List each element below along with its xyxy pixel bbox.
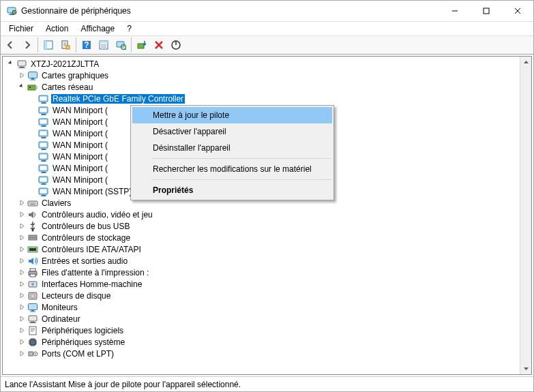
tree-category-hid[interactable]: Interfaces Homme-machine xyxy=(3,278,520,290)
menubar: Fichier Action Affichage ? xyxy=(1,22,533,35)
tree-label: Contrôleurs de bus USB xyxy=(40,222,131,231)
expander-closed-icon[interactable] xyxy=(16,209,27,220)
tree-device-realtek[interactable]: Realtek PCIe GbE Family Controller xyxy=(3,93,520,104)
menu-action[interactable]: Action xyxy=(40,23,74,34)
nic-icon xyxy=(38,128,49,139)
sound-icon xyxy=(27,209,38,220)
svg-rect-44 xyxy=(44,41,47,49)
ctx-uninstall-device[interactable]: Désinstaller l'appareil xyxy=(132,140,332,156)
forward-button[interactable] xyxy=(19,37,35,53)
tree-category-print-queues[interactable]: Files d'attente à l'impression : xyxy=(3,267,520,278)
uninstall-device-button[interactable] xyxy=(151,37,167,53)
ctx-item-label: Rechercher les modifications sur le maté… xyxy=(153,164,312,174)
ctx-properties[interactable]: Propriétés xyxy=(132,182,332,198)
update-driver-button[interactable] xyxy=(134,37,150,53)
options-button[interactable] xyxy=(95,37,112,53)
ctx-disable-device[interactable]: Désactiver l'appareil xyxy=(132,123,332,140)
window-title: Gestionnaire de périphériques xyxy=(21,6,131,16)
expander-closed-icon[interactable] xyxy=(16,256,27,267)
tree-category-storage[interactable]: Contrôleurs de stockage xyxy=(3,232,520,243)
tree-category-ide[interactable]: Contrôleurs IDE ATA/ATAPI xyxy=(3,243,520,255)
chip-icon xyxy=(27,337,38,348)
scan-hardware-button[interactable] xyxy=(113,37,129,53)
ctx-item-label: Désinstaller l'appareil xyxy=(153,143,231,153)
nic-icon xyxy=(38,105,49,116)
tree-area: XTZJ-2021ZJLTTA Cartes graphiques Cartes… xyxy=(2,56,532,375)
tree-category-graphics[interactable]: Cartes graphiques xyxy=(3,70,520,81)
expander-closed-icon[interactable] xyxy=(16,325,27,336)
tree-label: WAN Miniport ( xyxy=(51,117,109,127)
expander-closed-icon[interactable] xyxy=(16,279,27,290)
tree-label: Cartes graphiques xyxy=(40,71,110,80)
tree-category-audio-io[interactable]: Entrées et sorties audio xyxy=(3,255,520,267)
tree-label: Files d'attente à l'impression : xyxy=(40,268,150,277)
ctx-item-label: Désactiver l'appareil xyxy=(153,127,226,136)
titlebar: Gestionnaire de périphériques xyxy=(1,1,533,22)
window: Gestionnaire de périphériques Fichier Ac… xyxy=(0,0,534,392)
tree-label: Moniteurs xyxy=(40,303,79,312)
show-hide-console-tree-button[interactable] xyxy=(40,37,57,53)
nic-icon xyxy=(38,186,49,197)
nic-icon xyxy=(38,163,49,174)
display-adapter-icon xyxy=(27,70,38,81)
expander-closed-icon[interactable] xyxy=(16,314,27,325)
ctx-scan-hardware[interactable]: Rechercher les modifications sur le maté… xyxy=(132,161,332,177)
nic-icon xyxy=(38,151,49,162)
network-adapter-icon xyxy=(27,82,38,93)
svg-text:?: ? xyxy=(84,40,89,50)
statusbar-text: Lance l'Assistant Mise à jour de pilote … xyxy=(5,380,241,389)
tree-category-network[interactable]: Cartes réseau xyxy=(3,81,520,93)
expander-open-icon[interactable] xyxy=(5,59,16,70)
menu-file[interactable]: Fichier xyxy=(3,23,39,34)
menu-view[interactable]: Affichage xyxy=(75,23,120,34)
expander-closed-icon[interactable] xyxy=(16,302,27,313)
tree-category-computer[interactable]: Ordinateur xyxy=(3,313,520,325)
maximize-button[interactable] xyxy=(471,1,502,21)
help-button[interactable]: ? xyxy=(78,37,95,53)
tree-category-software-devices[interactable]: Périphériques logiciels xyxy=(3,325,520,336)
computer-icon xyxy=(16,59,27,70)
scroll-up-icon[interactable] xyxy=(520,57,532,68)
back-button[interactable] xyxy=(2,37,18,53)
minimize-button[interactable] xyxy=(439,1,471,21)
tree-label: Claviers xyxy=(40,198,72,208)
monitor-icon xyxy=(27,302,38,313)
disable-device-button[interactable] xyxy=(168,37,184,53)
scroll-down-icon[interactable] xyxy=(520,363,532,374)
tree-category-monitors[interactable]: Moniteurs xyxy=(3,301,520,313)
properties-button[interactable] xyxy=(57,37,74,53)
device-tree[interactable]: XTZJ-2021ZJLTTA Cartes graphiques Cartes… xyxy=(3,57,520,374)
ctx-separator xyxy=(151,179,331,180)
expander-closed-icon[interactable] xyxy=(16,232,27,243)
expander-open-icon[interactable] xyxy=(16,82,27,93)
tree-label: Contrôleurs de stockage xyxy=(40,233,132,243)
expander-closed-icon[interactable] xyxy=(16,337,27,348)
tree-category-ports[interactable]: Ports (COM et LPT) xyxy=(3,348,520,359)
tree-category-system-devices[interactable]: Périphériques système xyxy=(3,336,520,348)
expander-closed-icon[interactable] xyxy=(16,244,27,255)
storage-icon xyxy=(27,232,38,243)
tree-root[interactable]: XTZJ-2021ZJLTTA xyxy=(3,58,520,70)
tree-category-disk-drives[interactable]: Lecteurs de disque xyxy=(3,290,520,301)
tree-root-label: XTZJ-2021ZJLTTA xyxy=(29,59,100,69)
tree-label: WAN Miniport ( xyxy=(51,106,109,115)
expander-closed-icon[interactable] xyxy=(16,348,27,359)
app-icon xyxy=(6,5,17,16)
close-button[interactable] xyxy=(502,1,533,21)
tree-label: Entrées et sorties audio xyxy=(40,256,129,266)
expander-closed-icon[interactable] xyxy=(16,198,27,209)
nic-icon xyxy=(38,140,49,151)
statusbar: Lance l'Assistant Mise à jour de pilote … xyxy=(1,376,533,391)
printer-icon xyxy=(27,267,38,278)
tree-category-audio-video-game[interactable]: Contrôleurs audio, vidéo et jeu xyxy=(3,209,520,220)
expander-closed-icon[interactable] xyxy=(16,267,27,278)
tree-category-usb[interactable]: Contrôleurs de bus USB xyxy=(3,220,520,232)
expander-closed-icon[interactable] xyxy=(16,70,27,81)
expander-closed-icon[interactable] xyxy=(16,221,27,232)
tree-label: Contrôleurs audio, vidéo et jeu xyxy=(40,210,154,220)
expander-closed-icon[interactable] xyxy=(16,290,27,301)
tree-label: Ordinateur xyxy=(40,314,82,324)
menu-help[interactable]: ? xyxy=(121,23,137,34)
ctx-update-driver[interactable]: Mettre à jour le pilote xyxy=(132,107,332,123)
vertical-scrollbar[interactable] xyxy=(520,57,531,374)
